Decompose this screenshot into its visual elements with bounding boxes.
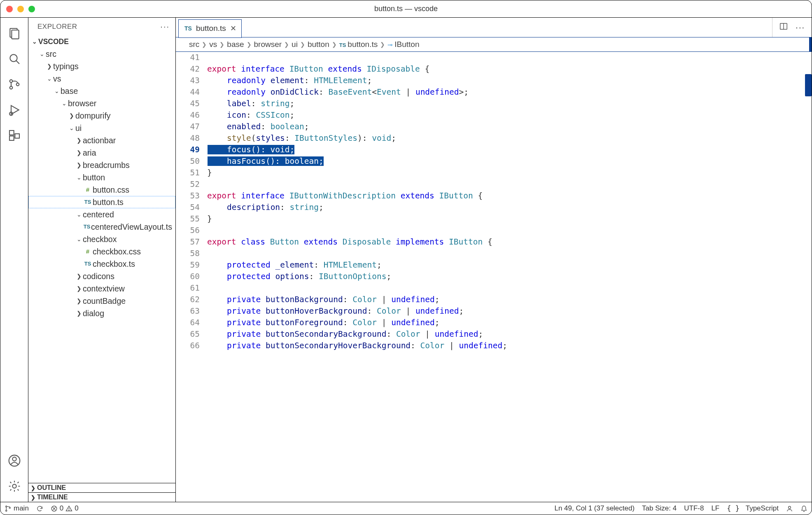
sync-status[interactable] — [36, 505, 43, 512]
maximize-window-button[interactable] — [28, 6, 35, 12]
notifications-icon[interactable] — [800, 505, 807, 512]
code-line[interactable]: 65 private buttonSecondaryBackground: Co… — [176, 329, 812, 340]
tree-item[interactable]: ❯contextview — [28, 282, 175, 295]
code-line[interactable]: 48 style(styles: IButtonStyles): void; — [176, 133, 812, 144]
tree-item[interactable]: ⌄base — [28, 85, 175, 97]
code-line[interactable]: 42export interface IButton extends IDisp… — [176, 63, 812, 75]
code-line[interactable]: 58 — [176, 248, 812, 259]
code-line[interactable]: 62 private buttonBackground: Color | und… — [176, 294, 812, 305]
account-icon[interactable] — [5, 451, 24, 471]
timeline-section[interactable]: ❯ TIMELINE — [28, 492, 175, 502]
outline-section[interactable]: ❯ OUTLINE — [28, 483, 175, 492]
svg-point-2 — [10, 54, 17, 61]
encoding-status[interactable]: UTF-8 — [684, 504, 704, 513]
code-line[interactable]: 61 — [176, 282, 812, 294]
code-line[interactable]: 49 focus(): void; — [176, 144, 812, 156]
feedback-icon[interactable] — [786, 505, 793, 512]
typescript-file-icon: TS — [184, 25, 193, 32]
sidebar-title: EXPLORER — [37, 23, 77, 31]
code-line[interactable]: 43 readonly element: HTMLElement; — [176, 75, 812, 86]
breadcrumb-item[interactable]: ui — [292, 40, 298, 49]
code-line[interactable]: 52 — [176, 179, 812, 190]
code-line[interactable]: 41 — [176, 52, 812, 63]
code-line[interactable]: 44 readonly onDidClick: BaseEvent<Event … — [176, 86, 812, 98]
svg-point-17 — [6, 506, 7, 507]
tree-item[interactable]: ❯actionbar — [28, 134, 175, 147]
minimize-window-button[interactable] — [17, 6, 24, 12]
breadcrumb-item[interactable]: src — [189, 40, 199, 49]
gear-icon[interactable] — [5, 476, 24, 496]
tree-item[interactable]: ⌄centered — [28, 208, 175, 221]
extensions-icon[interactable] — [5, 126, 24, 145]
tree-item[interactable]: TSbutton.ts — [28, 196, 175, 208]
file-tree[interactable]: ⌄VSCODE⌄src❯typings⌄vs⌄base⌄browser❯domp… — [28, 34, 175, 483]
svg-line-3 — [16, 61, 19, 64]
code-line[interactable]: 55} — [176, 213, 812, 225]
code-line[interactable]: 53export interface IButtonWithDescriptio… — [176, 190, 812, 202]
tree-item[interactable]: ⌄button — [28, 171, 175, 184]
split-editor-icon[interactable] — [779, 22, 788, 33]
tree-item[interactable]: ❯typings — [28, 60, 175, 72]
breadcrumb-item[interactable]: base — [227, 40, 244, 49]
traffic-lights — [6, 6, 35, 12]
code-line[interactable]: 46 icon: CSSIcon; — [176, 110, 812, 121]
tree-item[interactable]: ❯countBadge — [28, 295, 175, 307]
run-debug-icon[interactable] — [5, 100, 24, 120]
breadcrumb-separator: ❯ — [300, 41, 305, 48]
code-line[interactable]: 47 enabled: boolean; — [176, 121, 812, 133]
cursor-position-status[interactable]: Ln 49, Col 1 (37 selected) — [554, 504, 635, 513]
code-line[interactable]: 54 description: string; — [176, 202, 812, 213]
tree-item[interactable]: #checkbox.css — [28, 245, 175, 258]
explorer-icon[interactable] — [5, 23, 24, 43]
code-line[interactable]: 45 label: string; — [176, 98, 812, 110]
tree-item[interactable]: ❯dialog — [28, 307, 175, 319]
tree-item[interactable]: ❯breadcrumbs — [28, 159, 175, 171]
tree-item[interactable]: TScheckbox.ts — [28, 258, 175, 270]
breadcrumb-item[interactable]: browser — [254, 40, 282, 49]
breadcrumb-separator: ❯ — [332, 41, 337, 48]
language-status[interactable]: { } TypeScript — [727, 504, 779, 513]
code-line[interactable]: 60 protected options: IButtonOptions; — [176, 271, 812, 282]
close-tab-icon[interactable]: ✕ — [229, 24, 237, 33]
tree-root[interactable]: ⌄VSCODE — [28, 35, 175, 48]
code-line[interactable]: 64 private buttonForeground: Color | und… — [176, 317, 812, 329]
close-window-button[interactable] — [6, 6, 13, 12]
tree-item[interactable]: ⌄vs — [28, 72, 175, 85]
tree-item[interactable]: ❯codicons — [28, 270, 175, 282]
svg-point-5 — [9, 86, 12, 89]
tree-item[interactable]: ⌄checkbox — [28, 233, 175, 245]
breadcrumb-item[interactable]: ⊸IButton — [387, 40, 419, 49]
breadcrumb-item[interactable]: button — [308, 40, 329, 49]
sidebar-more-icon[interactable]: ··· — [160, 22, 170, 31]
code-line[interactable]: 56 — [176, 225, 812, 236]
git-branch-status[interactable]: main — [5, 504, 29, 513]
code-editor[interactable]: 4142export interface IButton extends IDi… — [176, 52, 812, 502]
tree-item[interactable]: TScenteredViewLayout.ts — [28, 221, 175, 233]
problems-status[interactable]: 0 0 — [51, 504, 79, 513]
source-control-icon[interactable] — [5, 75, 24, 94]
code-line[interactable]: 57export class Button extends Disposable… — [176, 236, 812, 248]
breadcrumb-item[interactable]: TSbutton.ts — [339, 40, 378, 49]
breadcrumb-item[interactable]: vs — [209, 40, 217, 49]
tree-item[interactable]: ⌄browser — [28, 97, 175, 110]
code-line[interactable]: 63 private buttonHoverBackground: Color … — [176, 305, 812, 317]
tree-item[interactable]: #button.css — [28, 184, 175, 196]
tree-item[interactable]: ❯dompurify — [28, 110, 175, 122]
tab-button-ts[interactable]: TS button.ts ✕ — [178, 19, 242, 38]
eol-status[interactable]: LF — [711, 504, 719, 513]
titlebar: button.ts — vscode — [0, 0, 812, 18]
svg-rect-10 — [9, 136, 14, 140]
tree-item[interactable]: ⌄src — [28, 48, 175, 60]
tree-item[interactable]: ❯aria — [28, 147, 175, 159]
scroll-indicator[interactable] — [805, 74, 812, 96]
search-icon[interactable] — [5, 49, 24, 69]
editor-more-icon[interactable]: ··· — [796, 23, 805, 32]
svg-point-18 — [6, 510, 7, 511]
breadcrumbs[interactable]: src❯vs❯base❯browser❯ui❯button❯TSbutton.t… — [176, 37, 812, 52]
code-line[interactable]: 66 private buttonSecondaryHoverBackgroun… — [176, 340, 812, 352]
code-line[interactable]: 59 protected _element: HTMLElement; — [176, 259, 812, 271]
tree-item[interactable]: ⌄ui — [28, 122, 175, 134]
tab-size-status[interactable]: Tab Size: 4 — [642, 504, 677, 513]
code-line[interactable]: 51} — [176, 167, 812, 179]
code-line[interactable]: 50 hasFocus(): boolean; — [176, 156, 812, 167]
